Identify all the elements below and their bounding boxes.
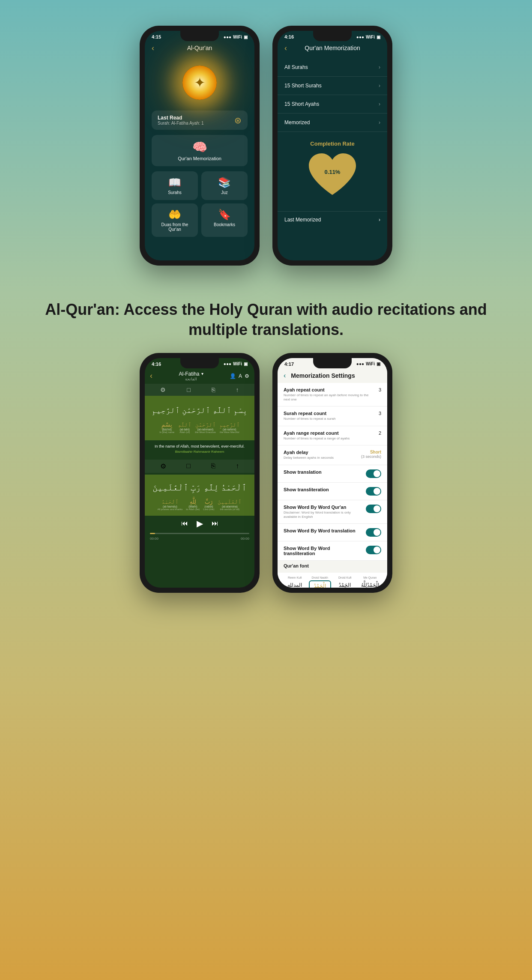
last-memorized-chevron: ›: [379, 217, 380, 223]
phone-2-notch: [313, 31, 352, 41]
15-short-ayahs-item[interactable]: 15 Short Ayahs ›: [278, 95, 387, 114]
verse2-arabic: ٱلْحَمْدُ لِلَّهِ رَبِّ ٱلْعَٰلَمِينَ: [150, 480, 249, 495]
signal-icon: ●●●: [224, 35, 231, 39]
layout-bottom-icon[interactable]: □: [186, 462, 191, 470]
completion-percentage: 0.11%: [325, 169, 341, 175]
transliteration-text: Bismillaahir Rahmaanir Raheem: [150, 449, 249, 454]
wifi-icon-2: WiFi: [366, 35, 375, 39]
fatiha-back[interactable]: ‹: [150, 371, 152, 380]
last-read-text: Last Read Surah: Al-Fatiha Ayah: 1: [158, 115, 204, 125]
font-me-quran[interactable]: Me Quran الْحَمْدُلِلَّهُ: [359, 576, 382, 587]
fatiha-action-icons: 👤 A ⚙: [230, 373, 249, 379]
chevron-icon-3: ›: [379, 101, 380, 107]
settings-icon[interactable]: ⚙: [245, 373, 249, 379]
bismillah-text: بِسْمِ ٱللَّهِ ٱلرَّحْمَٰنِ ٱلرَّحِيمِ: [150, 403, 249, 418]
play-icon[interactable]: ▶: [197, 518, 203, 529]
status-icons-4: ●●● WiFi ▣: [356, 362, 380, 366]
word-item-allah: ٱللَّهِ (al-lahi) (of) Allah: [178, 421, 191, 433]
duas-label: Duas from the Qur'an: [157, 222, 193, 232]
font-reem-kufi-preview: المدلله: [284, 580, 306, 587]
ayah-delay-setting[interactable]: Ayah delay Delay between ayahs in second…: [278, 445, 387, 465]
surah-repeat-setting[interactable]: Surah repeat count Number of times to re…: [278, 406, 387, 426]
gear-small-icon[interactable]: ⚙: [160, 386, 166, 393]
ayah-repeat-setting[interactable]: Ayah repeat count Number of times to rep…: [278, 383, 387, 407]
progress-bar[interactable]: [150, 533, 249, 534]
memorized-item[interactable]: Memorized ›: [278, 114, 387, 132]
screen1-title: Al-Qur'an: [187, 45, 212, 51]
bookmark-icon: ⊛: [234, 115, 242, 125]
show-wbw-translation-toggle[interactable]: [366, 528, 381, 537]
font-droid-kufi[interactable]: Droid Kufi الحَمْدُ لِلَّهُ: [334, 576, 356, 587]
status-icons-3: ●●● WiFi ▣: [224, 362, 248, 366]
phone-3: 4:16 ●●● WiFi ▣ ‹ Al-Fatiha: [140, 353, 260, 593]
last-read-section[interactable]: Last Read Surah: Al-Fatiha Ayah: 1 ⊛: [152, 111, 248, 130]
gear-bottom-icon[interactable]: ⚙: [160, 462, 166, 470]
share-icon[interactable]: ↑: [236, 386, 239, 393]
word-translit-bismi: (bis'mi): [162, 428, 171, 431]
time-start: 00:00: [150, 537, 158, 541]
show-translation-toggle[interactable]: [366, 469, 381, 478]
15-short-surahs-item[interactable]: 15 Short Surahs ›: [278, 77, 387, 95]
status-time-1: 4:15: [152, 34, 161, 39]
show-translation-left: Show translation: [284, 469, 362, 475]
word2-alamina: ٱلْعَٰلَمِينَ (al-alamina) (of all) the …: [218, 499, 242, 511]
font-reem-kufi[interactable]: Reem Kufi المدلله: [284, 576, 306, 587]
battery-icon-3: ▣: [244, 362, 248, 366]
ayah-delay-seconds: (3 seconds): [361, 454, 381, 459]
next-icon[interactable]: ⏭: [212, 520, 218, 527]
surahs-button[interactable]: 📖 Surahs: [152, 171, 198, 200]
word2-arabic-lillahi: لِلَّهِ: [190, 499, 196, 505]
time-end: 00:00: [241, 537, 249, 541]
bookmarks-button[interactable]: 🔖 Bookmarks: [201, 203, 248, 237]
heart-svg: [307, 152, 358, 199]
word2-trans-hamdu: All praises and thanks: [158, 508, 183, 511]
signal-icon-4: ●●●: [356, 362, 364, 366]
phone-4-inner: 4:17 ●●● WiFi ▣ ‹ Memorization Settings: [278, 358, 387, 588]
promo-section: Al-Qur'an: Access the Holy Quran with au…: [17, 287, 515, 353]
translate-icon[interactable]: A: [239, 373, 242, 379]
prev-icon[interactable]: ⏮: [181, 520, 188, 527]
copy-icon[interactable]: ⎘: [212, 386, 215, 393]
word-translit-rahim: (al-rahimi): [223, 428, 236, 431]
show-wbw-quran-toggle[interactable]: [366, 505, 381, 513]
bookmarks-icon: 🔖: [218, 209, 231, 221]
show-wbw-transliteration-toggle[interactable]: [366, 546, 381, 554]
dropdown-icon[interactable]: ▾: [201, 371, 203, 376]
show-wbw-translation-label: Show Word By Word translation: [284, 528, 362, 533]
memorization-section[interactable]: 🧠 Qur'an Memorization: [152, 135, 248, 166]
word2-translit-rabbi: (rabbi): [204, 505, 213, 508]
show-wbw-quran-setting[interactable]: Show Word By Word Qur'an Disclaimer: Wor…: [278, 500, 387, 524]
word-trans-rahman: the Most Gracious: [195, 431, 216, 433]
all-surahs-item[interactable]: All Surahs ›: [278, 58, 387, 77]
word-item-rahim: ٱلرَّحِيمِ (al-rahimi) the Most Merciful: [219, 421, 240, 433]
chevron-icon-2: ›: [379, 83, 380, 89]
show-wbw-translation-setting[interactable]: Show Word By Word translation: [278, 524, 387, 541]
back-arrow-1[interactable]: ‹: [152, 44, 154, 53]
back-arrow-2[interactable]: ‹: [284, 44, 287, 53]
font-droid-naskh-label: Droid Naskh: [309, 576, 332, 579]
last-memorized-item[interactable]: Last Memorized ›: [278, 211, 387, 228]
duas-button[interactable]: 🤲 Duas from the Qur'an: [152, 203, 198, 237]
show-transliteration-setting[interactable]: Show transliteration: [278, 483, 387, 500]
ayah-range-setting[interactable]: Ayah range repeat count Number of times …: [278, 426, 387, 445]
brain-icon: 🧠: [192, 140, 207, 154]
status-time-3: 4:16: [152, 362, 161, 367]
phone-2-inner: 4:16 ●●● WiFi ▣ ‹ Qur'an Memorization: [278, 31, 387, 260]
last-read-label: Last Read: [158, 115, 204, 121]
show-translation-setting[interactable]: Show translation: [278, 465, 387, 483]
settings-back-arrow[interactable]: ‹: [284, 372, 286, 379]
font-me-quran-label: Me Quran: [359, 576, 382, 579]
copy-bottom-icon[interactable]: ⎘: [211, 462, 215, 470]
show-wbw-transliteration-setting[interactable]: Show Word By Word transliteration: [278, 541, 387, 561]
screen-settings: 4:17 ●●● WiFi ▣ ‹ Memorization Settings: [278, 358, 387, 588]
layout-icon[interactable]: □: [187, 386, 190, 393]
juz-label: Juz: [221, 190, 228, 195]
show-transliteration-toggle[interactable]: [366, 487, 381, 496]
word2-translit-lillahi: (lillahi): [188, 505, 197, 508]
juz-button[interactable]: 📚 Juz: [201, 171, 248, 200]
person-icon[interactable]: 👤: [230, 373, 236, 379]
font-me-quran-preview: الْحَمْدُلِلَّهُ: [359, 580, 382, 587]
font-droid-naskh[interactable]: Droid Naskh الْحَمْدُ لِلَّهُ: [309, 576, 332, 587]
page-wrapper: 4:15 ●●● WiFi ▣ ‹ Al-Qur'an: [0, 0, 532, 618]
share-bottom-icon[interactable]: ↑: [236, 462, 239, 470]
